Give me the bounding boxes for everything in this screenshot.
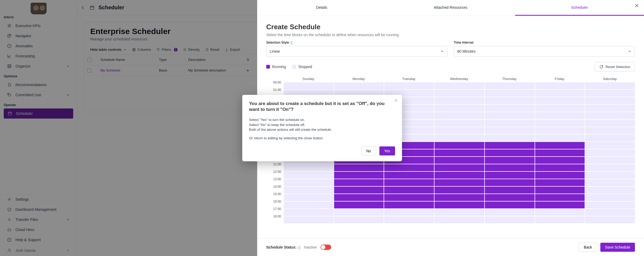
calendar-cell[interactable]: [585, 172, 635, 179]
calendar-cell[interactable]: [485, 187, 535, 194]
selection-style-select[interactable]: Linear: [266, 46, 448, 57]
calendar-cell[interactable]: [334, 194, 384, 201]
calendar-cell[interactable]: [585, 142, 635, 149]
calendar-cell[interactable]: [585, 112, 635, 119]
calendar-cell[interactable]: [535, 209, 585, 216]
calendar-cell[interactable]: [485, 90, 535, 97]
calendar-cell[interactable]: [535, 105, 585, 112]
calendar-cell[interactable]: [284, 187, 334, 194]
calendar-cell[interactable]: [585, 105, 635, 112]
calendar-cell[interactable]: [485, 194, 535, 201]
calendar-cell[interactable]: [485, 120, 535, 127]
calendar-cell[interactable]: [535, 120, 585, 127]
calendar-cell[interactable]: [535, 172, 585, 179]
calendar-cell[interactable]: [535, 135, 585, 141]
tab-scheduler[interactable]: Scheduler: [515, 0, 644, 16]
calendar-cell[interactable]: [284, 179, 334, 186]
calendar-cell[interactable]: [434, 149, 484, 156]
calendar-cell[interactable]: [485, 149, 535, 156]
calendar-cell[interactable]: [485, 82, 535, 89]
calendar-day-column[interactable]: [535, 82, 585, 224]
calendar-cell[interactable]: [585, 82, 635, 89]
calendar-cell[interactable]: [284, 194, 334, 201]
calendar-cell[interactable]: [384, 202, 434, 208]
calendar-cell[interactable]: [334, 209, 384, 216]
calendar-cell[interactable]: [434, 164, 484, 171]
calendar-cell[interactable]: [284, 216, 334, 223]
calendar-cell[interactable]: [434, 105, 484, 112]
calendar-cell[interactable]: [535, 112, 585, 119]
close-icon[interactable]: [634, 3, 640, 9]
calendar-cell[interactable]: [535, 149, 585, 156]
calendar-cell[interactable]: [585, 187, 635, 194]
info-icon[interactable]: i: [290, 41, 293, 44]
calendar-cell[interactable]: [334, 82, 384, 89]
calendar-cell[interactable]: [284, 202, 334, 208]
calendar-cell[interactable]: [535, 82, 585, 89]
calendar-cell[interactable]: [585, 194, 635, 201]
calendar-cell[interactable]: [585, 179, 635, 186]
calendar-cell[interactable]: [585, 127, 635, 134]
calendar-cell[interactable]: [434, 157, 484, 164]
calendar-cell[interactable]: [485, 112, 535, 119]
close-icon[interactable]: [393, 98, 398, 103]
calendar-cell[interactable]: [535, 142, 585, 149]
calendar-cell[interactable]: [434, 112, 484, 119]
calendar-cell[interactable]: [384, 164, 434, 171]
calendar-cell[interactable]: [585, 90, 635, 97]
calendar-cell[interactable]: [585, 209, 635, 216]
calendar-cell[interactable]: [485, 202, 535, 208]
calendar-cell[interactable]: [434, 202, 484, 208]
calendar-cell[interactable]: [535, 179, 585, 186]
calendar-cell[interactable]: [585, 97, 635, 104]
save-schedule-button[interactable]: Save Schedule: [600, 243, 635, 252]
calendar-cell[interactable]: [535, 187, 585, 194]
calendar-cell[interactable]: [485, 135, 535, 141]
calendar-cell[interactable]: [434, 120, 484, 127]
no-button[interactable]: No: [361, 146, 376, 156]
calendar-cell[interactable]: [434, 142, 484, 149]
calendar-cell[interactable]: [334, 202, 384, 208]
calendar-cell[interactable]: [585, 202, 635, 208]
calendar-cell[interactable]: [434, 135, 484, 141]
calendar-cell[interactable]: [485, 172, 535, 179]
calendar-cell[interactable]: [485, 216, 535, 223]
calendar-cell[interactable]: [585, 135, 635, 141]
calendar-cell[interactable]: [434, 216, 484, 223]
calendar-cell[interactable]: [585, 149, 635, 156]
calendar-cell[interactable]: [535, 164, 585, 171]
calendar-cell[interactable]: [535, 90, 585, 97]
calendar-cell[interactable]: [535, 202, 585, 208]
calendar-cell[interactable]: [585, 216, 635, 223]
status-toggle[interactable]: [321, 245, 331, 250]
calendar-cell[interactable]: [434, 194, 484, 201]
calendar-cell[interactable]: [535, 194, 585, 201]
calendar-cell[interactable]: [434, 97, 484, 104]
calendar-cell[interactable]: [384, 172, 434, 179]
calendar-cell[interactable]: [585, 120, 635, 127]
calendar-day-column[interactable]: [434, 82, 484, 224]
calendar-cell[interactable]: [434, 90, 484, 97]
calendar-cell[interactable]: [535, 216, 585, 223]
calendar-cell[interactable]: [535, 127, 585, 134]
calendar-cell[interactable]: [585, 157, 635, 164]
calendar-day-column[interactable]: [585, 82, 635, 224]
tab-details[interactable]: Details: [257, 0, 386, 16]
info-icon[interactable]: i: [298, 246, 301, 249]
calendar-cell[interactable]: [334, 172, 384, 179]
calendar-cell[interactable]: [284, 172, 334, 179]
calendar-cell[interactable]: [384, 194, 434, 201]
calendar-cell[interactable]: [284, 164, 334, 171]
calendar-cell[interactable]: [384, 179, 434, 186]
calendar-cell[interactable]: [485, 164, 535, 171]
calendar-cell[interactable]: [284, 209, 334, 216]
calendar-cell[interactable]: [535, 157, 585, 164]
calendar-cell[interactable]: [485, 142, 535, 149]
calendar-cell[interactable]: [585, 164, 635, 171]
calendar-cell[interactable]: [485, 179, 535, 186]
calendar-cell[interactable]: [384, 216, 434, 223]
back-button[interactable]: Back: [579, 243, 597, 252]
calendar-cell[interactable]: [535, 97, 585, 104]
calendar-cell[interactable]: [434, 82, 484, 89]
calendar-cell[interactable]: [485, 105, 535, 112]
